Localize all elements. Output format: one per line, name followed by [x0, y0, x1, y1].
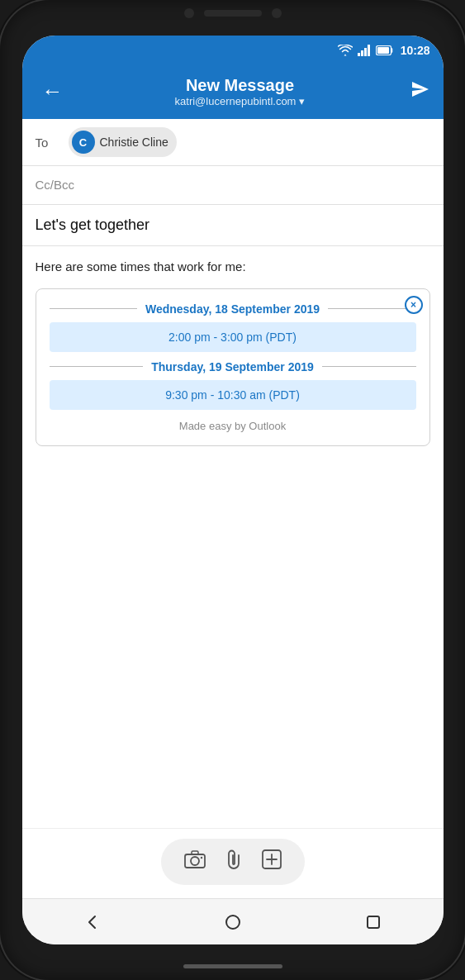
- camera-dot: [184, 8, 194, 18]
- svg-point-13: [226, 916, 240, 929]
- wifi-icon: [338, 45, 353, 56]
- date-label-2: Thursday, 19 September 2019: [143, 360, 322, 373]
- svg-rect-14: [368, 916, 379, 928]
- header-title-group: New Message katri@lucernepubintl.com ▾: [175, 76, 306, 107]
- nav-back-button[interactable]: [76, 906, 109, 939]
- speaker-bar: [204, 10, 262, 17]
- date-line-right-1: [328, 308, 415, 309]
- svg-rect-0: [358, 53, 360, 56]
- time-slot-2[interactable]: 9:30 pm - 10:30 am (PDT): [50, 380, 416, 410]
- subject-text: Let's get together: [36, 216, 150, 233]
- app-header: ← New Message katri@lucernepubintl.com ▾: [22, 65, 444, 119]
- toolbar-pill: [161, 839, 305, 885]
- add-icon: [262, 849, 282, 869]
- nav-recents-icon: [366, 915, 381, 930]
- battery-icon: [376, 45, 394, 55]
- svg-rect-3: [368, 45, 370, 56]
- date-header-2: Thursday, 19 September 2019: [50, 360, 416, 373]
- nav-recents-button[interactable]: [357, 906, 390, 939]
- phone-screen: 10:28 ← New Message katri@lucernepubintl…: [22, 36, 444, 944]
- android-nav-bar: [22, 898, 444, 944]
- cc-field[interactable]: Cc/Bcc: [22, 166, 444, 205]
- recipient-avatar: C: [72, 131, 95, 154]
- to-field[interactable]: To C Christie Cline: [22, 119, 444, 166]
- sender-email: katri@lucernepubintl.com: [175, 95, 297, 107]
- bottom-toolbar: [22, 828, 444, 898]
- svg-rect-2: [364, 48, 367, 56]
- made-easy-footer: Made easy by Outlook: [50, 420, 416, 432]
- recipient-chip[interactable]: C Christie Cline: [69, 127, 177, 157]
- time-display: 10:28: [401, 44, 430, 57]
- to-label: To: [36, 136, 60, 150]
- front-camera: [272, 8, 282, 18]
- phone-top-notch: [184, 8, 282, 18]
- date-line-left-1: [50, 308, 137, 309]
- attach-button[interactable]: [225, 849, 242, 875]
- add-button[interactable]: [262, 849, 282, 874]
- back-button[interactable]: ←: [36, 75, 70, 107]
- camera-icon: [184, 850, 206, 868]
- phone-frame: 10:28 ← New Message katri@lucernepubintl…: [0, 0, 465, 980]
- body-area[interactable]: Here are some times that work for me: × …: [22, 246, 444, 828]
- nav-home-button[interactable]: [216, 906, 249, 939]
- send-icon: [410, 80, 430, 98]
- send-button[interactable]: [410, 80, 430, 103]
- svg-point-7: [191, 857, 199, 865]
- svg-rect-5: [377, 47, 389, 54]
- status-icons: 10:28: [338, 44, 430, 57]
- compose-area: To C Christie Cline Cc/Bcc Let's get tog…: [22, 119, 444, 898]
- body-text: Here are some times that work for me:: [36, 258, 430, 277]
- dropdown-icon: ▾: [299, 95, 305, 107]
- time-slot-1[interactable]: 2:00 pm - 3:00 pm (PDT): [50, 322, 416, 352]
- date-section-1: Wednesday, 18 September 2019 2:00 pm - 3…: [50, 302, 416, 352]
- date-line-left-2: [50, 366, 144, 367]
- close-button[interactable]: ×: [405, 296, 423, 314]
- signal-icon: [358, 45, 371, 56]
- nav-home-icon: [225, 914, 241, 930]
- date-line-right-2: [322, 366, 416, 367]
- date-label-1: Wednesday, 18 September 2019: [137, 302, 328, 316]
- subject-field[interactable]: Let's get together: [22, 205, 444, 246]
- svg-rect-8: [192, 851, 198, 854]
- calendar-card: × Wednesday, 18 September 2019 2:00 pm -…: [36, 288, 430, 446]
- svg-point-9: [200, 857, 202, 859]
- nav-back-icon: [84, 914, 101, 930]
- date-header-1: Wednesday, 18 September 2019: [50, 302, 416, 316]
- cc-placeholder: Cc/Bcc: [36, 178, 75, 192]
- date-section-2: Thursday, 19 September 2019 9:30 pm - 10…: [50, 360, 416, 410]
- recipient-name: Christie Cline: [100, 136, 168, 149]
- svg-rect-1: [361, 50, 363, 56]
- status-bar: 10:28: [22, 36, 444, 65]
- header-subtitle[interactable]: katri@lucernepubintl.com ▾: [175, 95, 306, 107]
- paperclip-icon: [225, 849, 242, 870]
- camera-button[interactable]: [184, 850, 206, 873]
- phone-bottom-bar: [183, 964, 282, 968]
- compose-title: New Message: [186, 76, 294, 95]
